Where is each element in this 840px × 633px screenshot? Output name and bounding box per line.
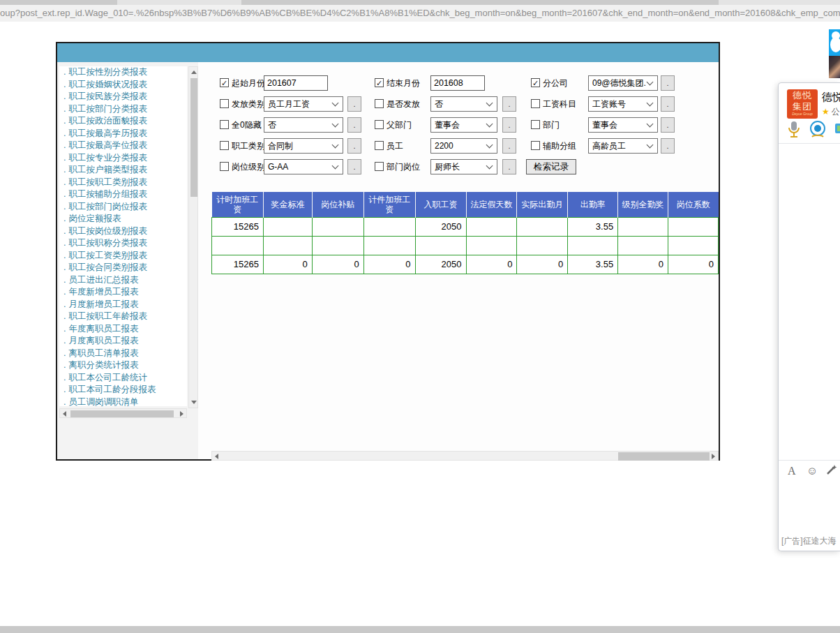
scroll-right-icon[interactable] xyxy=(180,411,183,417)
report-link[interactable]: .职工本司工龄分段报表 xyxy=(59,384,187,396)
browse-button[interactable]: . xyxy=(502,138,516,154)
field-select[interactable]: 否 xyxy=(264,117,343,133)
field-select[interactable]: 09@德悦集团. xyxy=(588,75,658,91)
report-link-label: 职工按辅助分组报表 xyxy=(68,189,147,199)
report-link[interactable]: .职工按部门分类报表 xyxy=(59,103,187,116)
browse-button[interactable]: . xyxy=(347,138,361,154)
scroll-right-icon[interactable] xyxy=(712,454,715,459)
field-checkbox[interactable] xyxy=(375,141,384,150)
report-link[interactable]: .职工按岗位级别报表 xyxy=(59,225,187,238)
field-select[interactable]: 合同制 xyxy=(264,138,343,154)
field-checkbox[interactable] xyxy=(531,141,540,150)
font-style-icon[interactable]: A xyxy=(788,464,796,478)
report-link[interactable]: .月度离职员工报表 xyxy=(59,335,187,348)
field-checkbox[interactable] xyxy=(375,99,384,108)
browse-button[interactable]: . xyxy=(347,159,361,174)
field-checkbox[interactable] xyxy=(220,141,229,150)
table-cell: 15265 xyxy=(212,255,264,274)
screen-share-icon[interactable] xyxy=(834,121,840,142)
field-select[interactable]: 董事会 xyxy=(588,117,658,133)
browser-tab[interactable] xyxy=(117,0,241,5)
report-link[interactable]: .职工按辅助分组报表 xyxy=(59,188,187,201)
window-hscroll-thumb[interactable] xyxy=(618,452,710,461)
report-link[interactable]: .职工按专业分类报表 xyxy=(59,152,187,165)
report-link[interactable]: .员工调岗调职清单 xyxy=(59,396,187,407)
field-select[interactable]: 否 xyxy=(430,96,497,112)
report-link[interactable]: .离职员工清单报表 xyxy=(59,348,187,360)
search-records-button[interactable]: 检索记录 xyxy=(526,159,576,174)
bullet-icon: . xyxy=(63,214,66,223)
report-link[interactable]: .职工按政治面貌报表 xyxy=(59,115,187,128)
report-link[interactable]: .职工按工资类别报表 xyxy=(59,250,187,262)
report-link[interactable]: .职工按合同类别报表 xyxy=(59,262,187,274)
field-select[interactable]: 工资账号 xyxy=(588,96,658,112)
field-checkbox[interactable]: ✓ xyxy=(375,78,384,87)
report-link[interactable]: .离职分类统计报表 xyxy=(59,359,187,372)
report-link[interactable]: .职工按婚姻状况报表 xyxy=(59,79,187,91)
field-select[interactable]: 2200 xyxy=(430,138,497,154)
scroll-down-icon[interactable] xyxy=(191,401,197,404)
emoticon-icon[interactable]: ☺ xyxy=(807,464,818,478)
browse-button[interactable]: . xyxy=(661,117,675,133)
field-select[interactable]: 员工月工资 xyxy=(264,96,343,112)
select-value: 工资账号 xyxy=(592,99,626,109)
report-link[interactable]: .岗位定额报表 xyxy=(59,213,187,225)
report-link[interactable]: .职工按户籍类型报表 xyxy=(59,164,187,177)
field-checkbox[interactable] xyxy=(220,162,229,171)
browse-button[interactable]: . xyxy=(502,96,516,112)
scroll-left-icon[interactable] xyxy=(63,411,66,417)
report-link[interactable]: .职工按最高学历报表 xyxy=(59,128,187,140)
voice-call-icon[interactable] xyxy=(787,121,801,142)
qq-contact-avatar[interactable] xyxy=(829,56,840,78)
qq-dock[interactable] xyxy=(829,29,840,78)
select-value: 厨师长 xyxy=(435,162,460,172)
report-link[interactable]: .年度离职员工报表 xyxy=(59,323,187,336)
window-titlebar[interactable] xyxy=(57,43,719,62)
field-input[interactable] xyxy=(264,75,328,91)
browse-button[interactable]: . xyxy=(661,138,675,154)
report-link[interactable]: .职工按性别分类报表 xyxy=(59,66,187,79)
scroll-left-icon[interactable] xyxy=(215,454,218,459)
browse-button[interactable]: . xyxy=(347,96,361,112)
window-hscrollbar[interactable] xyxy=(211,451,719,461)
field-label: 部门岗位 xyxy=(387,161,420,172)
browse-button[interactable]: . xyxy=(502,159,516,174)
field-checkbox[interactable] xyxy=(220,99,229,108)
report-link[interactable]: .职工按最高学位报表 xyxy=(59,140,187,152)
report-link[interactable]: .职工按职工年龄报表 xyxy=(59,311,187,323)
sidebar-vscroll-thumb[interactable] xyxy=(190,78,197,197)
report-link-label: 职工本公司工龄统计 xyxy=(68,373,147,382)
sidebar-vscrollbar[interactable] xyxy=(188,66,198,408)
report-link[interactable]: .职工本公司工龄统计 xyxy=(59,372,187,385)
report-link[interactable]: .职工按职工类别报表 xyxy=(59,177,187,189)
field-checkbox[interactable] xyxy=(375,120,384,129)
field-checkbox[interactable]: ✓ xyxy=(220,78,229,87)
browse-button[interactable]: . xyxy=(347,117,361,133)
report-link[interactable]: .职工按部门岗位报表 xyxy=(59,201,187,214)
field-input[interactable] xyxy=(430,75,485,91)
report-link[interactable]: .职工按职称分类报表 xyxy=(59,237,187,250)
scroll-up-icon[interactable] xyxy=(191,70,197,74)
url-bar[interactable]: oup?post_ext.rep_id.Wage_010=.%26nbsp%3B… xyxy=(0,5,840,22)
field-select[interactable]: G-AA xyxy=(264,159,343,174)
browse-button[interactable]: . xyxy=(502,117,516,133)
field-checkbox[interactable] xyxy=(531,99,540,108)
field-select[interactable]: 高龄员工 xyxy=(588,138,658,154)
report-link[interactable]: .员工进出汇总报表 xyxy=(59,274,187,287)
report-link[interactable]: .月度新增员工报表 xyxy=(59,299,187,311)
sidebar-hscroll-thumb[interactable] xyxy=(70,410,174,417)
field-checkbox[interactable]: ✓ xyxy=(531,78,540,87)
video-call-icon[interactable] xyxy=(809,121,826,142)
field-checkbox[interactable] xyxy=(531,120,540,129)
screenshot-wand-icon[interactable] xyxy=(825,464,837,480)
report-link[interactable]: .职工按民族分类报表 xyxy=(59,91,187,103)
browse-button[interactable]: . xyxy=(661,96,675,112)
sidebar-hscrollbar[interactable] xyxy=(59,408,187,418)
table-cell xyxy=(312,236,363,255)
field-checkbox[interactable] xyxy=(220,120,229,129)
field-select[interactable]: 董事会 xyxy=(430,117,497,133)
field-select[interactable]: 厨师长 xyxy=(430,159,497,174)
report-link[interactable]: .年度新增员工报表 xyxy=(59,286,187,299)
field-checkbox[interactable] xyxy=(375,162,384,171)
browse-button[interactable]: . xyxy=(661,75,675,91)
